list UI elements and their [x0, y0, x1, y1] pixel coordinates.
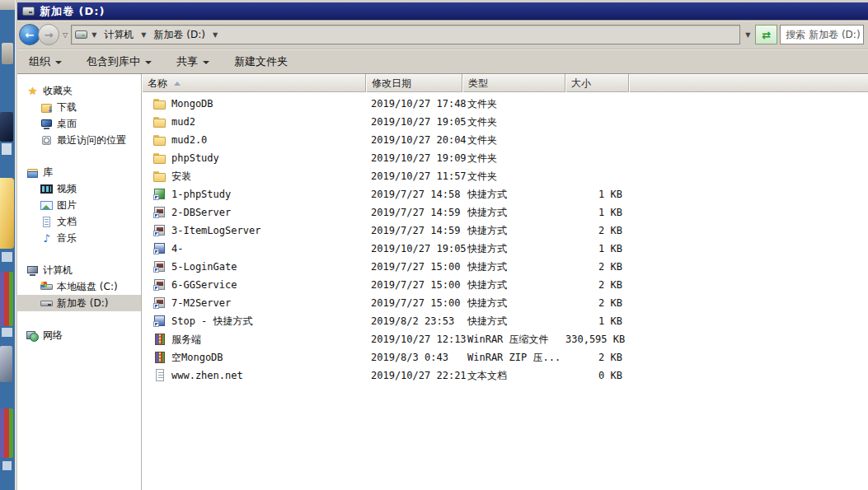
file-row[interactable]: MongoDB 2019/10/27 17:48 文件夹 — [142, 95, 868, 113]
file-date-modified: 2019/7/27 14:58 — [366, 189, 462, 200]
sidebar-item-icon — [40, 118, 53, 130]
sidebar-item-label: 收藏夹 — [43, 84, 73, 98]
sidebar-entry[interactable]: 下载 — [17, 99, 141, 115]
desktop-folder-icon-fragment — [0, 178, 14, 249]
file-date-modified: 2019/10/27 19:05 — [366, 116, 462, 128]
column-header-type[interactable]: 类型 — [462, 74, 565, 92]
new-folder-label: 新建文件夹 — [234, 54, 288, 69]
file-icon — [153, 333, 167, 346]
file-date-modified: 2019/8/2 23:53 — [366, 315, 462, 327]
refresh-button[interactable]: ⇄ — [755, 25, 777, 44]
file-name: phpStudy — [171, 152, 219, 164]
sidebar-entry[interactable]: 音乐 — [17, 230, 141, 246]
sidebar-entry[interactable]: 收藏夹 — [17, 82, 141, 99]
breadcrumb-segment-computer[interactable]: 计算机 — [101, 27, 137, 43]
file-row[interactable]: 1-phpStudy 2019/7/27 14:58 快捷方式 1 KB — [142, 185, 868, 203]
column-header-size[interactable]: 大小 — [565, 74, 629, 92]
file-row[interactable]: phpStudy 2019/10/27 19:09 文件夹 — [142, 149, 868, 167]
file-row[interactable]: 服务端 2019/10/27 12:13 WinRAR 压缩文件 330,595… — [142, 330, 868, 348]
chevron-down-icon[interactable]: ▼ — [140, 31, 147, 39]
file-icon — [153, 133, 167, 147]
file-row[interactable]: 空MongoDB 2019/8/3 0:43 WinRAR ZIP 压... 2… — [142, 348, 868, 366]
file-name: 6-GGService — [171, 279, 237, 291]
file-row[interactable]: 5-LoginGate 2019/7/27 15:00 快捷方式 2 KB — [142, 258, 868, 276]
file-name-cell: 3-ItemLogServer — [142, 224, 366, 237]
chevron-down-icon[interactable]: ▼ — [91, 31, 97, 39]
file-rows: MongoDB 2019/10/27 17:48 文件夹 mud2 — [142, 92, 868, 490]
file-name-cell: 4- — [142, 242, 366, 255]
file-row[interactable]: 4- 2019/10/27 19:05 快捷方式 1 KB — [142, 240, 868, 258]
organize-button[interactable]: 组织 — [29, 54, 62, 69]
file-icon — [153, 369, 167, 382]
screen: 新加卷 (D:) ← → ▽ ▼ 计算机 ▼ 新加卷 (D:) ▼ ▼ ⇄ — [0, 0, 868, 490]
file-row[interactable]: www.zhen.net 2019/10/27 22:21 文本文档 0 KB — [142, 366, 868, 385]
new-folder-button[interactable]: 新建文件夹 — [234, 54, 288, 69]
file-icon — [153, 296, 167, 310]
file-name: 2-DBServer — [171, 207, 231, 218]
column-header-date-modified[interactable]: 修改日期 — [366, 74, 462, 92]
file-type: 快捷方式 — [462, 224, 565, 238]
column-headers: 名称 修改日期 类型 大小 — [142, 74, 868, 92]
include-in-library-label: 包含到库中 — [87, 54, 140, 69]
sidebar-item-icon — [40, 101, 53, 114]
breadcrumb[interactable]: ▼ 计算机 ▼ 新加卷 (D:) ▼ — [71, 25, 740, 44]
column-header-name[interactable]: 名称 — [142, 74, 366, 92]
file-row[interactable]: 3-ItemLogServer 2019/7/27 14:59 快捷方式 2 K… — [142, 222, 868, 240]
sidebar-entry[interactable]: 网络 — [17, 327, 141, 343]
shortcut-arrow-icon — [153, 212, 159, 218]
sidebar-entry[interactable]: 文档 — [17, 213, 141, 230]
file-date-modified: 2019/10/27 11:57 — [366, 170, 462, 182]
recent-pages-dropdown-icon[interactable]: ▽ — [62, 31, 68, 39]
share-label: 共享 — [176, 54, 198, 69]
file-row[interactable]: 安装 2019/10/27 11:57 文件夹 — [142, 167, 868, 185]
sidebar-item-icon — [26, 166, 39, 179]
sidebar-item-label: 网络 — [43, 329, 63, 343]
file-row[interactable]: mud2 2019/10/27 19:05 文件夹 — [142, 113, 868, 131]
file-row[interactable]: 2-DBServer 2019/7/27 14:59 快捷方式 1 KB — [142, 203, 868, 222]
sidebar-entry[interactable]: 新加卷 (D:) — [17, 295, 141, 311]
share-button[interactable]: 共享 — [176, 54, 209, 69]
file-type: 快捷方式 — [462, 188, 565, 202]
sidebar-entry[interactable]: 视频 — [17, 180, 141, 197]
sidebar-entry[interactable]: 本地磁盘 (C:) — [17, 278, 141, 295]
sidebar-entry[interactable]: 计算机 — [17, 262, 141, 278]
file-name: 5-LoginGate — [171, 261, 237, 273]
file-date-modified: 2019/7/27 15:00 — [366, 297, 462, 309]
address-history-dropdown-icon[interactable]: ▼ — [743, 31, 753, 39]
sidebar-entry[interactable]: 图片 — [17, 197, 141, 213]
chevron-down-icon[interactable]: ▼ — [212, 31, 218, 39]
forward-button[interactable]: → — [38, 24, 59, 45]
column-header-type-label: 类型 — [468, 77, 488, 91]
file-type: 快捷方式 — [462, 296, 565, 310]
file-row[interactable]: mud2.0 2019/10/27 20:04 文件夹 — [142, 131, 868, 149]
explorer-window: 新加卷 (D:) ← → ▽ ▼ 计算机 ▼ 新加卷 (D:) ▼ ▼ ⇄ — [15, 0, 868, 490]
desktop-icon-label-fragment — [2, 143, 12, 155]
titlebar[interactable]: 新加卷 (D:) — [17, 2, 868, 21]
sidebar-entry[interactable]: 最近访问的位置 — [17, 132, 141, 148]
file-type: 快捷方式 — [462, 278, 565, 292]
file-name: Stop - 快捷方式 — [171, 315, 253, 329]
sidebar-item-label: 本地磁盘 (C:) — [57, 280, 118, 294]
file-type: 快捷方式 — [462, 315, 565, 329]
include-in-library-button[interactable]: 包含到库中 — [87, 54, 152, 69]
file-name-cell: MongoDB — [142, 97, 366, 110]
address-bar: ← → ▽ ▼ 计算机 ▼ 新加卷 (D:) ▼ ▼ ⇄ — [17, 21, 868, 49]
sidebar-entry[interactable]: 库 — [17, 164, 141, 180]
desktop-icon-label-fragment — [2, 328, 12, 337]
file-name: mud2.0 — [171, 134, 207, 146]
search-input[interactable] — [781, 29, 864, 40]
organize-label: 组织 — [29, 54, 50, 69]
file-row[interactable]: 7-M2Server 2019/7/27 15:00 快捷方式 2 KB — [142, 294, 868, 312]
file-list-pane: 名称 修改日期 类型 大小 — [142, 74, 868, 490]
file-row[interactable]: Stop - 快捷方式 2019/8/2 23:53 快捷方式 1 KB — [142, 312, 868, 330]
breadcrumb-segment-volume[interactable]: 新加卷 (D:) — [150, 27, 208, 43]
file-row[interactable]: 6-GGService 2019/7/27 15:00 快捷方式 2 KB — [142, 276, 868, 294]
desktop-icon-fragment — [0, 112, 13, 142]
file-date-modified: 2019/10/27 12:13 — [366, 334, 462, 345]
file-date-modified: 2019/7/27 14:59 — [366, 207, 462, 218]
file-name: 7-M2Server — [171, 297, 231, 309]
sidebar-entry[interactable]: 桌面 — [17, 115, 141, 132]
search-box[interactable] — [780, 25, 864, 44]
file-size: 2 KB — [565, 352, 629, 363]
sidebar-item-icon — [40, 199, 53, 212]
